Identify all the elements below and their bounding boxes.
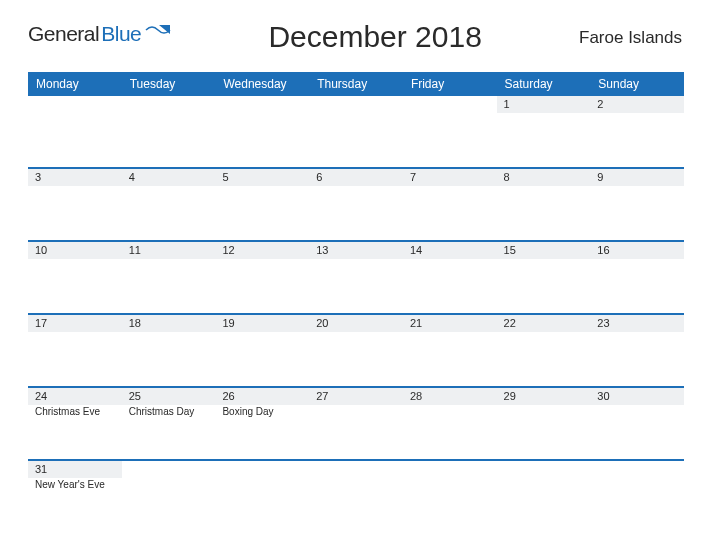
day-cell: 18: [122, 315, 216, 386]
day-number: 26: [215, 388, 309, 405]
dow-monday: Monday: [28, 74, 122, 94]
day-of-week-header: Monday Tuesday Wednesday Thursday Friday…: [28, 72, 684, 94]
day-cell: 13: [309, 242, 403, 313]
day-number: 21: [403, 315, 497, 332]
day-number: 14: [403, 242, 497, 259]
dow-tuesday: Tuesday: [122, 74, 216, 94]
calendar-weeks: 123456789101112131415161718192021222324C…: [28, 94, 684, 527]
day-event: Christmas Day: [122, 405, 216, 418]
week-row: 17181920212223: [28, 313, 684, 386]
day-cell: 30: [590, 388, 684, 459]
day-cell: 9: [590, 169, 684, 240]
day-number: [590, 461, 684, 478]
dow-saturday: Saturday: [497, 74, 591, 94]
day-cell: 24Christmas Eve: [28, 388, 122, 459]
day-number: 31: [28, 461, 122, 478]
day-cell: 20: [309, 315, 403, 386]
day-number: [309, 461, 403, 478]
day-number: 8: [497, 169, 591, 186]
day-number: 13: [309, 242, 403, 259]
day-cell: 11: [122, 242, 216, 313]
day-number: 28: [403, 388, 497, 405]
day-cell: [590, 461, 684, 527]
day-cell: 27: [309, 388, 403, 459]
day-number: 18: [122, 315, 216, 332]
day-cell: 15: [497, 242, 591, 313]
day-cell: [403, 461, 497, 527]
day-cell: 31New Year's Eve: [28, 461, 122, 527]
header: GeneralBlue December 2018 Faroe Islands: [28, 18, 684, 54]
day-number: 12: [215, 242, 309, 259]
day-number: [122, 96, 216, 113]
day-cell: [215, 461, 309, 527]
day-cell: 7: [403, 169, 497, 240]
week-row: 31New Year's Eve: [28, 459, 684, 527]
day-number: [28, 96, 122, 113]
day-cell: 16: [590, 242, 684, 313]
dow-friday: Friday: [403, 74, 497, 94]
page-title: December 2018: [268, 20, 481, 54]
globe-wave-icon: [145, 22, 171, 46]
day-cell: 10: [28, 242, 122, 313]
day-cell: 2: [590, 96, 684, 167]
day-cell: [309, 96, 403, 167]
day-number: 22: [497, 315, 591, 332]
day-event: Christmas Eve: [28, 405, 122, 418]
region-label: Faroe Islands: [579, 28, 682, 48]
day-number: 11: [122, 242, 216, 259]
day-number: 1: [497, 96, 591, 113]
day-cell: 1: [497, 96, 591, 167]
day-cell: 19: [215, 315, 309, 386]
day-number: 25: [122, 388, 216, 405]
day-number: 4: [122, 169, 216, 186]
logo-text-blue: Blue: [101, 22, 141, 46]
day-number: 5: [215, 169, 309, 186]
dow-sunday: Sunday: [590, 74, 684, 94]
day-cell: 21: [403, 315, 497, 386]
day-number: [215, 96, 309, 113]
day-cell: 5: [215, 169, 309, 240]
week-row: 3456789: [28, 167, 684, 240]
day-cell: 26Boxing Day: [215, 388, 309, 459]
day-number: 9: [590, 169, 684, 186]
day-cell: 23: [590, 315, 684, 386]
day-number: 17: [28, 315, 122, 332]
dow-thursday: Thursday: [309, 74, 403, 94]
logo-text-general: General: [28, 22, 99, 46]
day-number: 15: [497, 242, 591, 259]
day-number: 27: [309, 388, 403, 405]
day-number: 23: [590, 315, 684, 332]
day-number: [215, 461, 309, 478]
day-cell: 22: [497, 315, 591, 386]
day-event: New Year's Eve: [28, 478, 122, 491]
week-row: 24Christmas Eve25Christmas Day26Boxing D…: [28, 386, 684, 459]
day-cell: [497, 461, 591, 527]
calendar: Monday Tuesday Wednesday Thursday Friday…: [28, 72, 684, 527]
day-cell: 3: [28, 169, 122, 240]
day-number: [122, 461, 216, 478]
day-cell: 29: [497, 388, 591, 459]
logo: GeneralBlue: [28, 22, 171, 46]
day-cell: [122, 96, 216, 167]
day-cell: 14: [403, 242, 497, 313]
day-number: [309, 96, 403, 113]
day-number: 19: [215, 315, 309, 332]
day-number: 29: [497, 388, 591, 405]
day-number: [403, 461, 497, 478]
day-cell: 12: [215, 242, 309, 313]
week-row: 12: [28, 94, 684, 167]
day-number: [497, 461, 591, 478]
day-cell: 28: [403, 388, 497, 459]
day-cell: [28, 96, 122, 167]
day-number: 30: [590, 388, 684, 405]
day-cell: 6: [309, 169, 403, 240]
day-cell: [122, 461, 216, 527]
day-number: 20: [309, 315, 403, 332]
week-row: 10111213141516: [28, 240, 684, 313]
day-cell: [215, 96, 309, 167]
day-number: 2: [590, 96, 684, 113]
day-cell: 4: [122, 169, 216, 240]
day-number: 24: [28, 388, 122, 405]
day-cell: 17: [28, 315, 122, 386]
day-event: Boxing Day: [215, 405, 309, 418]
